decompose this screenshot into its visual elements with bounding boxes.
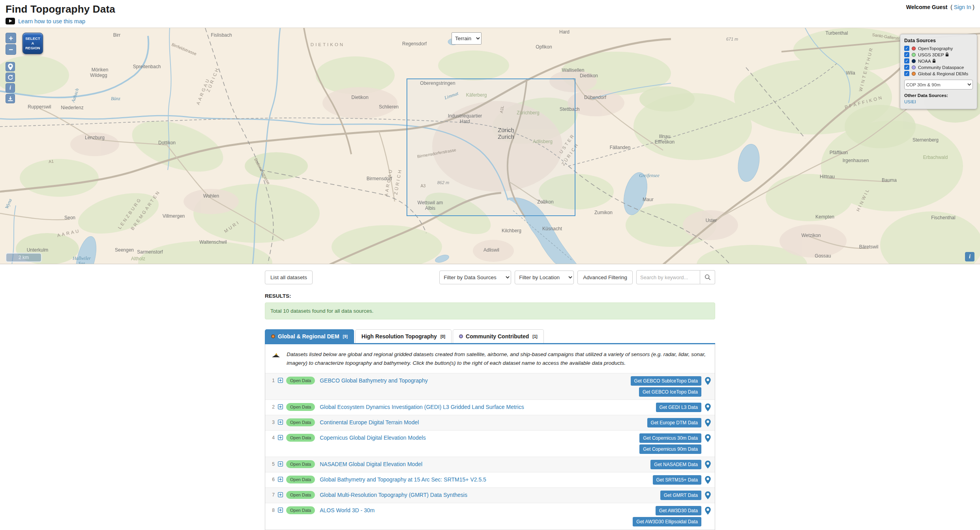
map-label: Bauma [882, 177, 897, 183]
dataset-title-link[interactable]: Copernicus Global Digital Elevation Mode… [320, 433, 639, 441]
results-tabs: Global & Regional DEM[9]High Resolution … [265, 329, 715, 344]
map-pin-icon[interactable] [705, 403, 711, 411]
map-pin-icon[interactable] [705, 419, 711, 427]
open-data-badge: Open Data [286, 377, 315, 384]
map-label: Sternenberg [913, 137, 939, 143]
data-source-dot [912, 47, 916, 50]
advanced-filtering-button[interactable]: Advanced Filtering [577, 271, 633, 284]
tab-label: High Resolution Topography [362, 333, 437, 340]
map-label: Pfäffikon [830, 150, 848, 155]
video-play-icon[interactable] [6, 18, 15, 24]
expand-icon[interactable] [278, 492, 283, 497]
dataset-rows: 1Open DataGEBCO Global Bathymetry and To… [265, 373, 715, 530]
map-label: Wetzikon [801, 233, 821, 238]
expand-icon[interactable] [278, 508, 283, 513]
get-data-button[interactable]: Get GEBCO IceTopo Data [639, 387, 701, 397]
top-bar: Find Topography Data Welcome Guest ( Sig… [0, 0, 980, 15]
data-source-checkbox[interactable]: ✓ [904, 52, 909, 57]
map-pin-icon[interactable] [705, 434, 711, 442]
tab-high-resolution-topography[interactable]: High Resolution Topography[0] [355, 329, 452, 343]
map-label: Dietlikon [580, 73, 598, 78]
locate-button[interactable] [6, 62, 15, 71]
welcome-text: Welcome Guest [906, 4, 948, 10]
map-label: Illnau [659, 134, 671, 139]
data-source-checkbox[interactable]: ✓ [904, 46, 909, 51]
dataset-buttons: Get Copernicus 30m DataGet Copernicus 90… [639, 433, 701, 454]
map-label: Uster [706, 218, 717, 223]
dataset-title-link[interactable]: Global Ecosystem Dynamics Investigation … [320, 403, 656, 410]
learn-row: Learn how to use this map [0, 15, 980, 28]
tab-global-regional-dem[interactable]: Global & Regional DEM[9] [265, 329, 354, 343]
search-icon [705, 274, 711, 280]
tab-community-contributed[interactable]: Community Contributed[1] [453, 329, 543, 343]
basemap-select[interactable]: Terrain [452, 32, 482, 45]
dataset-row: 1Open DataGEBCO Global Bathymetry and To… [265, 373, 715, 399]
dataset-title-link[interactable]: NASADEM Global Digital Elevation Model [320, 460, 650, 467]
dataset-title-link[interactable]: GEBCO Global Bathymetry and Topography [320, 376, 630, 384]
map-pin-icon[interactable] [705, 491, 711, 499]
tab-count: [0] [440, 334, 445, 339]
reset-view-button[interactable] [6, 73, 15, 82]
sign-in-link[interactable]: Sign In [954, 4, 971, 10]
map-label: Bäretswil [859, 244, 879, 250]
search-input[interactable] [636, 270, 700, 284]
opentopography-logo-icon [272, 350, 280, 360]
data-source-dot [912, 65, 916, 69]
get-data-button[interactable]: Get GMRT Data [660, 491, 701, 500]
get-data-button[interactable]: Get Copernicus 30m Data [639, 433, 701, 443]
get-data-button[interactable]: Get Copernicus 90m Data [639, 444, 701, 454]
zoom-in-button[interactable]: + [6, 33, 16, 43]
zoom-out-button[interactable]: − [6, 44, 16, 55]
get-data-button[interactable]: Get NASADEM Data [650, 460, 701, 469]
expand-icon[interactable] [278, 420, 283, 425]
dataset-title-link[interactable]: Continental Europe Digital Terrain Model [320, 418, 647, 425]
get-data-button[interactable]: Get AW3D30 Ellipsoidal Data [633, 517, 701, 526]
data-source-label: Community Dataspace [918, 65, 964, 70]
list-all-datasets-button[interactable]: List all datasets [265, 271, 313, 284]
get-data-button[interactable]: Get GEDI L3 Data [656, 403, 701, 412]
undo-icon [7, 75, 13, 80]
search-button[interactable] [700, 270, 715, 284]
dataset-title-link[interactable]: Global Multi-Resolution Topography (GMRT… [320, 491, 660, 498]
data-source-checkbox[interactable]: ✓ [904, 58, 909, 63]
expand-icon[interactable] [278, 477, 283, 482]
dataset-title-link[interactable]: Global Bathymetry and Topography at 15 A… [320, 475, 652, 483]
map-viewport[interactable]: BirrFislisbachMörikenWildeggSpreitenbach… [0, 28, 980, 264]
map-label: Hard [559, 29, 570, 35]
usiei-link[interactable]: USIEI [904, 99, 916, 104]
map-label: Wallisellen [562, 67, 585, 73]
data-source-checkbox[interactable]: ✓ [904, 71, 909, 76]
get-data-button[interactable]: Get Europe DTM Data [647, 418, 701, 427]
get-data-button[interactable]: Get SRTM15+ Data [653, 475, 702, 485]
map-label: Wildegg [90, 73, 107, 78]
dem-select[interactable]: COP 30m & 90m [904, 80, 973, 90]
get-data-button[interactable]: Get GEBCO SubIceTopo Data [631, 376, 701, 386]
map-pin-icon[interactable] [705, 461, 711, 468]
map-pin-icon[interactable] [705, 476, 711, 484]
filter-bar: List all datasets Filter by Data Sources… [265, 270, 715, 284]
map-label: Adliswil [483, 247, 499, 253]
dataset-number: 5 [268, 460, 275, 467]
expand-icon[interactable] [278, 461, 283, 467]
map-label: See [79, 261, 85, 264]
learn-link[interactable]: Learn how to use this map [18, 18, 85, 24]
get-data-button[interactable]: Get AW3D30 Data [656, 506, 701, 515]
map-selection-rectangle[interactable] [407, 78, 575, 216]
map-pin-icon[interactable] [705, 377, 711, 385]
dataset-title-link[interactable]: ALOS World 3D - 30m [320, 506, 633, 513]
download-button[interactable] [6, 94, 15, 103]
tab-count: [9] [343, 334, 348, 339]
info-button[interactable]: i [6, 83, 15, 93]
attribution-button[interactable]: i [965, 252, 974, 261]
expand-icon[interactable] [278, 378, 283, 383]
select-region-button[interactable]: SELECT A REGION [22, 33, 43, 54]
data-source-checkbox[interactable]: ✓ [904, 65, 909, 70]
filter-data-sources-select[interactable]: Filter by Data Sources [439, 271, 511, 284]
filter-location-select[interactable]: Filter by Location [515, 271, 574, 284]
expand-icon[interactable] [278, 435, 283, 440]
map-pin-icon[interactable] [705, 507, 711, 515]
data-source-label: USGS 3DEP [918, 52, 949, 57]
info-icon: i [9, 85, 11, 91]
tab-label: Community Contributed [466, 333, 529, 340]
expand-icon[interactable] [278, 404, 283, 409]
